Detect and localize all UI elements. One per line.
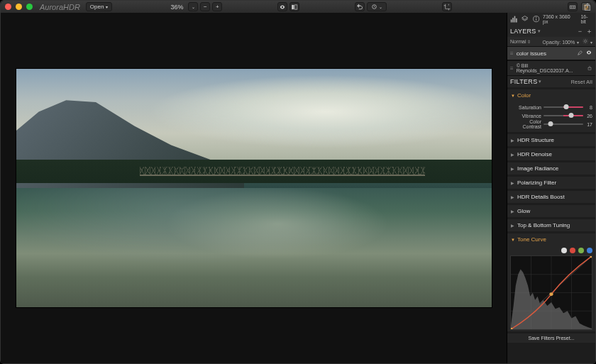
saturation-slider[interactable] (543, 105, 583, 109)
opacity-value[interactable]: 100% (562, 40, 575, 45)
undo-icon (356, 4, 363, 11)
filter-header-hdr-denoise[interactable]: ▶HDR Denoise (507, 148, 595, 160)
image-bit-depth: 16-bit (580, 14, 592, 24)
filters-header: FILTERS ▾ Reset All (507, 76, 595, 87)
layers-icon (521, 15, 529, 23)
history-icon (371, 4, 377, 10)
preview-button[interactable] (277, 2, 287, 11)
chevron-down-icon: ⌄ (192, 5, 195, 9)
chevron-down-icon: ▾ (577, 40, 579, 45)
minimize-window-button[interactable] (16, 4, 22, 10)
filter-title: HDR Denoise (517, 151, 552, 158)
filter-title: Glow (517, 208, 530, 214)
right-panel: 7360 x 3680 px 16-bit LAYERS ▾ − ＋ Norma… (507, 13, 595, 363)
histogram-icon (510, 15, 518, 23)
zoom-display: 36% (167, 4, 186, 11)
filter-header-hdr-details-boost[interactable]: ▶HDR Details Boost (507, 191, 595, 203)
filter-header-top-bottom-tuning[interactable]: ▶Top & Bottom Tuning (507, 219, 595, 231)
saturation-label: Saturation (510, 105, 541, 110)
open-button[interactable]: Open ▾ (86, 2, 113, 11)
layer-settings-button[interactable] (583, 40, 590, 45)
history-button[interactable]: ⌄ (367, 2, 387, 11)
layer-name: © Bill Reynolds_DSC02037.A... (517, 63, 584, 73)
disclosure-right-icon: ▶ (511, 223, 515, 228)
filter-title: Image Radiance (517, 165, 558, 172)
image-dimensions: 7360 x 3680 px (543, 14, 575, 24)
svg-rect-13 (512, 18, 514, 22)
svg-rect-12 (511, 20, 512, 23)
curve-channel-luma[interactable] (561, 248, 567, 253)
curve-channel-green[interactable] (578, 248, 584, 253)
filter-header-tone-curve[interactable]: ▼ Tone Curve (507, 233, 595, 246)
histogram-tab[interactable] (510, 15, 518, 23)
layers-tab[interactable] (521, 15, 529, 23)
curve-channel-blue[interactable] (587, 248, 592, 253)
tone-curve-editor[interactable] (510, 255, 592, 330)
info-tab[interactable] (532, 15, 540, 23)
curve-channel-red[interactable] (570, 248, 575, 253)
disclosure-right-icon: ▶ (511, 166, 515, 171)
color-contrast-slider[interactable] (543, 122, 583, 126)
layers-header: LAYERS ▾ − ＋ (507, 26, 595, 37)
svg-rect-1 (295, 4, 297, 9)
zoom-out-button[interactable]: − (200, 2, 210, 11)
filter-title: Color (517, 92, 531, 99)
dropdown-caret-icon: ▾ (106, 5, 108, 9)
close-window-button[interactable] (5, 4, 11, 10)
layer-item-adjustment[interactable]: ≡ color issues (507, 46, 595, 60)
plus-icon: + (216, 4, 219, 10)
reset-all-button[interactable]: Reset All (571, 79, 592, 84)
info-icon (532, 15, 540, 23)
chevron-updown-icon: ⇳ (527, 39, 531, 44)
filter-title: HDR Structure (517, 137, 554, 143)
split-view-icon (291, 4, 298, 11)
vibrance-value: 26 (585, 114, 592, 118)
filter-header-glow[interactable]: ▶Glow (507, 205, 595, 217)
eye-icon (585, 49, 592, 56)
zoom-dropdown[interactable]: ⌄ (188, 2, 198, 11)
filter-title: Tone Curve (517, 236, 546, 243)
add-layer-button[interactable]: ＋ (586, 28, 592, 35)
filter-title: HDR Details Boost (517, 194, 565, 200)
crop-button[interactable] (442, 2, 452, 11)
disclosure-down-icon: ▼ (511, 238, 515, 242)
image-preview (16, 69, 492, 307)
layer-lock-button[interactable] (587, 65, 592, 72)
drag-handle-icon[interactable]: ≡ (510, 65, 514, 72)
layer-brush-button[interactable] (577, 50, 583, 57)
filter-title: Top & Bottom Tuning (517, 222, 570, 228)
export-icon (583, 3, 592, 11)
compare-button[interactable] (289, 2, 299, 11)
layers-header-label: LAYERS (510, 28, 536, 35)
chevron-down-icon[interactable]: ▾ (539, 79, 541, 84)
undo-button[interactable] (355, 2, 365, 11)
svg-rect-3 (570, 6, 575, 9)
presets-panel-button[interactable] (568, 2, 578, 11)
chevron-down-icon: ⌄ (379, 5, 382, 9)
export-button[interactable] (583, 3, 592, 13)
drag-handle-icon[interactable]: ≡ (510, 50, 514, 57)
save-filters-preset-button[interactable]: Save Filters Preset... (507, 333, 595, 343)
svg-point-19 (585, 40, 587, 43)
blend-mode-select[interactable]: Normal (510, 39, 526, 44)
layer-blend-row: Normal ⇳ Opacity: 100% ▾ ▾ (507, 37, 595, 46)
layer-visibility-button[interactable] (585, 49, 592, 57)
filter-header-color[interactable]: ▼ Color (507, 89, 595, 101)
maximize-window-button[interactable] (26, 4, 33, 10)
svg-rect-14 (514, 16, 516, 23)
vibrance-slider[interactable] (543, 114, 583, 118)
filter-header-image-radiance[interactable]: ▶Image Radiance (507, 162, 595, 175)
filter-header-polarizing-filter[interactable]: ▶Polarizing Filter (507, 177, 595, 189)
app-name: AuroraHDR (40, 3, 80, 11)
color-contrast-control: Color Contrast 17 (510, 120, 592, 128)
filter-header-hdr-structure[interactable]: ▶HDR Structure (507, 134, 595, 146)
chevron-down-icon[interactable]: ▾ (538, 28, 541, 34)
collapse-layers-button[interactable]: − (577, 28, 583, 35)
svg-rect-20 (588, 67, 591, 70)
zoom-in-button[interactable]: + (212, 2, 222, 11)
layer-item-base[interactable]: ≡ © Bill Reynolds_DSC02037.A... (507, 60, 595, 76)
disclosure-right-icon: ▶ (511, 138, 515, 143)
eye-icon (279, 4, 286, 11)
disclosure-right-icon: ▶ (511, 152, 515, 157)
canvas-area[interactable] (1, 13, 507, 363)
